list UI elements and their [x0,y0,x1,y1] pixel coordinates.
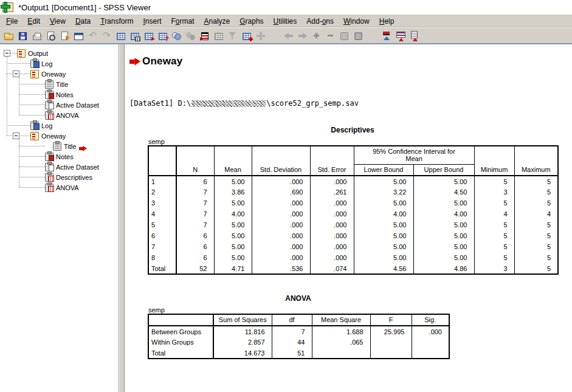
menu-item[interactable]: Help [374,16,399,27]
tree-item-label: Title [53,81,68,88]
tree-item[interactable]: Notes [0,151,119,162]
run-script-button[interactable] [198,29,212,43]
tree-item[interactable]: Active Dataset [0,100,119,110]
tree-item[interactable]: Oneway [0,69,119,79]
promote-outline-button[interactable] [379,29,393,43]
descriptives-table[interactable]: N Mean Std. Deviation Std. Error 95% Con… [148,145,559,275]
goto-case-button[interactable] [128,29,142,43]
tree-item[interactable]: ANOVA [0,182,119,193]
column-header [148,146,176,176]
tree-item-label: Active Dataset [53,101,99,109]
tree-item[interactable]: Notes [0,89,119,100]
next-output-button[interactable] [295,29,309,43]
menu-item[interactable]: View [45,16,71,27]
demote-outline-button[interactable] [393,29,407,43]
tree-item[interactable]: Active Dataset [0,162,119,172]
column-header: F [370,314,412,326]
output-pane: Oneway [DataSet1] D:\\score52_grp_semp.s… [125,44,572,392]
column-header: Lower Bound [354,165,413,176]
tree-item-label: Oneway [39,70,66,78]
menu-item[interactable]: Utilities [269,16,302,27]
tree-item[interactable]: Log [0,120,119,131]
row-label: 5 [148,219,176,230]
insert-chart-button[interactable] [239,29,253,43]
export-output-button[interactable] [58,29,72,43]
column-header: Upper Bound [413,165,474,176]
hide-output-button[interactable] [351,29,365,43]
column-header: N [176,146,214,176]
edit-pivot-table-button[interactable] [212,29,226,43]
dataset-path-line: [DataSet1] D:\\score52_grp_semp.sav [129,99,572,108]
toolbar-separator [267,29,281,43]
tree-item-label: Output [26,50,48,57]
ci-span-header: 95% Confidence Interval forMean [354,146,474,165]
menu-item[interactable]: Transform [95,16,138,27]
column-header: Sum of Squares [213,314,272,326]
open-file-button[interactable] [2,29,16,43]
window-title: *Output1 [Document1] - SPSS Viewer [18,3,151,12]
designate-window-button[interactable] [184,29,198,43]
tree-item-label: Log [39,122,52,129]
menu-item[interactable]: Graphs [235,16,268,27]
previous-output-button[interactable] [281,29,295,43]
variables-button[interactable] [142,29,156,43]
recall-dialog-button[interactable] [72,29,86,43]
row-label: 3 [148,198,176,208]
menu-bar: File Edit View Data Transform Insert For… [0,15,572,27]
use-variable-sets-button[interactable] [156,29,170,43]
tree-item-label: Notes [53,153,74,160]
spss-viewer-window: *Output1 [Document1] - SPSS Viewer File … [0,0,572,392]
show-output-button[interactable] [337,29,351,43]
anova-table[interactable]: Sum of Squares df Mean Square F Sig. Bet… [148,314,450,359]
zoom-in-button[interactable] [309,29,323,43]
menu-item[interactable]: Add-ons [302,16,339,27]
row-label: 2 [148,187,176,198]
tree-item[interactable]: Output [0,48,119,58]
save-file-button[interactable] [16,29,30,43]
tree-item-icon [45,173,53,182]
tree-item[interactable]: Log [0,58,119,69]
tree-item[interactable]: Oneway [0,131,119,141]
collapse-expander-icon[interactable] [13,70,19,77]
tree-item[interactable]: Title [0,141,119,151]
tree-item-icon [45,184,53,192]
menu-item[interactable]: Analyze [199,16,235,27]
menu-item[interactable]: Data [71,16,95,27]
menu-item[interactable]: Format [167,16,199,27]
main-area: Output Log Oneway [0,43,572,392]
row-label: Within Groups [148,337,213,348]
column-header: Sig. [412,314,449,326]
menu-item[interactable]: Edit [22,16,45,27]
tree-item-label: Oneway [39,132,66,140]
menu-item[interactable]: Window [339,16,374,27]
collapse-expander-icon[interactable] [4,50,10,57]
table-row: Total 52 4.71 .536 .074 4.56 4.86 3 5 [148,263,558,274]
tree-item-label: Descriptives [53,174,92,181]
menu-item[interactable]: File [1,16,22,27]
redo-button[interactable] [100,29,114,43]
zoom-out-button[interactable] [323,29,337,43]
print-button[interactable] [30,29,44,43]
print-preview-button[interactable] [44,29,58,43]
undo-button[interactable] [86,29,100,43]
column-header: Mean [214,146,252,176]
pane-splitter[interactable] [119,44,125,392]
anova-title: ANOVA [148,294,449,303]
insert-text-button[interactable] [407,29,421,43]
row-label: Total [148,263,176,274]
row-label: 6 [148,230,176,241]
select-last-output-button[interactable] [170,29,184,43]
tree-item-icon [17,49,26,58]
tree-item[interactable]: Descriptives [0,172,119,182]
filter-button[interactable] [226,29,239,43]
menu-item[interactable]: Insert [138,16,166,27]
column-header: Mean Square [312,314,370,326]
tree-item[interactable]: ANOVA [0,110,119,120]
goto-data-button[interactable] [114,29,128,43]
obscured-path-segment [191,100,266,107]
collapse-expander-icon[interactable] [13,132,19,139]
table-row: Between Groups 11.816 7 1.688 25.995 .00… [148,326,449,337]
tree-item-icon [30,60,39,68]
tree-item[interactable]: Title [0,79,119,89]
move-resize-button[interactable] [253,29,267,43]
